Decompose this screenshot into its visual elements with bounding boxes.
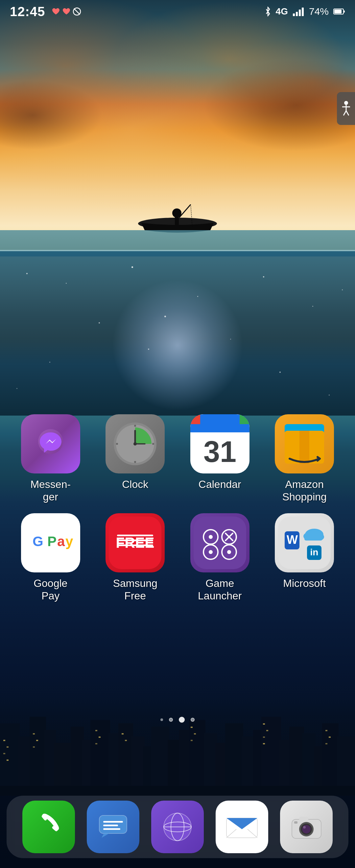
page-dot-3 bbox=[191, 718, 195, 722]
bluetooth-icon bbox=[265, 7, 271, 17]
amazon-icon-bg bbox=[275, 414, 334, 473]
dock-item-camera[interactable] bbox=[280, 801, 333, 853]
phone-icon bbox=[34, 812, 63, 842]
svg-rect-10 bbox=[71, 726, 84, 796]
app-item-samsung-free[interactable]: FREE SamsungFree bbox=[95, 513, 176, 602]
dock-item-phone[interactable] bbox=[22, 801, 75, 853]
app-item-gpay[interactable]: G P a y GooglePay bbox=[10, 513, 91, 602]
svg-rect-33 bbox=[3, 740, 5, 741]
svg-rect-102 bbox=[194, 517, 246, 569]
email-icon bbox=[224, 812, 260, 842]
app-item-microsoft[interactable]: W in Microsoft bbox=[264, 513, 346, 602]
svg-rect-49 bbox=[266, 730, 268, 731]
app-item-clock[interactable]: Clock bbox=[95, 414, 176, 503]
svg-text:in: in bbox=[310, 547, 319, 557]
svg-point-78 bbox=[134, 461, 136, 463]
svg-rect-65 bbox=[299, 9, 301, 16]
svg-text:FREE: FREE bbox=[116, 535, 155, 551]
samsung-free-icon-bg: FREE bbox=[105, 513, 165, 572]
svg-rect-38 bbox=[36, 740, 38, 741]
status-bar: 12:45 4G bbox=[0, 0, 355, 23]
svg-rect-99 bbox=[117, 535, 153, 536]
dock-item-email[interactable] bbox=[216, 801, 268, 853]
gpay-label: GooglePay bbox=[34, 577, 67, 602]
water-divider bbox=[0, 250, 355, 251]
app-item-messenger[interactable]: Messen-ger bbox=[10, 414, 91, 503]
svg-point-109 bbox=[209, 535, 213, 539]
svg-rect-23 bbox=[225, 723, 243, 796]
status-left-icons bbox=[52, 7, 81, 16]
svg-point-79 bbox=[116, 443, 118, 445]
no-disturb-icon bbox=[73, 7, 81, 16]
svg-point-56 bbox=[344, 101, 348, 105]
clock-icon-bg bbox=[105, 414, 165, 473]
dock-item-internet[interactable] bbox=[151, 801, 204, 853]
app-item-game-launcher[interactable]: GameLauncher bbox=[179, 513, 261, 602]
samsung-free-label: SamsungFree bbox=[113, 577, 157, 602]
svg-rect-53 bbox=[329, 737, 331, 738]
svg-text:G: G bbox=[33, 534, 43, 549]
svg-rect-42 bbox=[95, 743, 97, 744]
status-left: 12:45 bbox=[10, 4, 81, 19]
svg-rect-48 bbox=[263, 723, 265, 725]
status-time: 12:45 bbox=[10, 4, 45, 19]
svg-rect-123 bbox=[103, 821, 123, 823]
svg-rect-28 bbox=[289, 726, 304, 796]
svg-rect-14 bbox=[118, 723, 133, 796]
messenger-icon bbox=[21, 414, 80, 473]
page-indicator-home bbox=[160, 718, 163, 721]
page-dot-2 bbox=[179, 717, 185, 723]
messages-icon bbox=[97, 812, 130, 842]
svg-rect-51 bbox=[263, 743, 265, 744]
svg-rect-31 bbox=[322, 723, 338, 796]
svg-rect-45 bbox=[191, 726, 193, 728]
microsoft-icon-bg: W in bbox=[275, 513, 334, 572]
status-right: 4G 74% bbox=[265, 6, 345, 17]
svg-line-59 bbox=[344, 111, 346, 115]
calendar-label: Calendar bbox=[198, 478, 241, 491]
svg-rect-88 bbox=[243, 414, 250, 421]
svg-rect-68 bbox=[344, 10, 345, 12]
internet-icon bbox=[161, 810, 194, 843]
network-type: 4G bbox=[276, 6, 288, 17]
svg-rect-47 bbox=[191, 740, 193, 741]
svg-rect-100 bbox=[117, 539, 153, 541]
svg-rect-7 bbox=[30, 717, 46, 796]
app-grid: Messen-ger Clock bbox=[0, 414, 355, 602]
city-skyline bbox=[0, 697, 355, 796]
game-launcher-icon-bg bbox=[190, 513, 250, 572]
svg-rect-46 bbox=[194, 733, 196, 735]
svg-rect-54 bbox=[325, 743, 327, 744]
svg-rect-124 bbox=[103, 825, 118, 826]
svg-rect-63 bbox=[293, 13, 295, 16]
svg-rect-41 bbox=[99, 737, 101, 738]
svg-point-76 bbox=[134, 425, 136, 427]
svg-rect-66 bbox=[302, 7, 304, 16]
svg-rect-5 bbox=[0, 723, 20, 796]
svg-rect-2 bbox=[175, 217, 179, 227]
svg-rect-69 bbox=[334, 9, 342, 13]
gpay-icon-bg: G P a y bbox=[21, 513, 80, 572]
svg-rect-35 bbox=[3, 753, 5, 754]
svg-rect-26 bbox=[261, 717, 281, 796]
app-item-calendar[interactable]: 31 Calendar bbox=[179, 414, 261, 503]
accessibility-button[interactable] bbox=[337, 92, 355, 125]
heart-icon-2 bbox=[62, 8, 71, 15]
svg-rect-136 bbox=[294, 821, 297, 824]
svg-text:y: y bbox=[65, 534, 73, 549]
clock-label: Clock bbox=[122, 478, 148, 491]
svg-rect-44 bbox=[125, 740, 127, 741]
svg-rect-91 bbox=[299, 431, 309, 464]
svg-rect-55 bbox=[0, 786, 355, 796]
svg-line-60 bbox=[346, 111, 349, 115]
svg-rect-20 bbox=[189, 720, 205, 796]
app-item-amazon[interactable]: AmazonShopping bbox=[264, 414, 346, 503]
dock-item-messages[interactable] bbox=[87, 801, 139, 853]
svg-rect-17 bbox=[151, 726, 169, 796]
dock bbox=[7, 796, 348, 858]
svg-point-111 bbox=[227, 550, 231, 554]
svg-rect-121 bbox=[99, 815, 127, 834]
svg-rect-64 bbox=[296, 12, 298, 16]
signal-icon bbox=[293, 7, 304, 16]
svg-rect-34 bbox=[7, 746, 8, 748]
